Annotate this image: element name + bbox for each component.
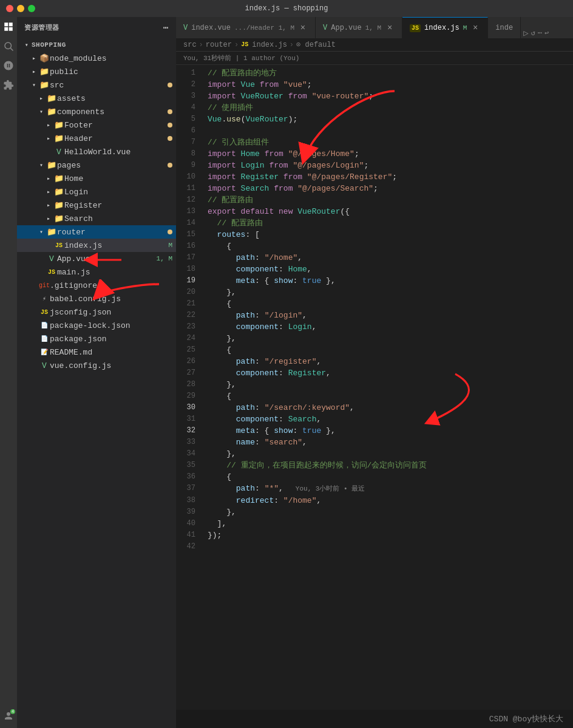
line-content: export default new VueRouter({ <box>208 206 573 217</box>
window-title: index.js — shopping <box>245 4 328 13</box>
sidebar-item-assets[interactable]: ▸ 📁 assets <box>17 92 176 105</box>
code-line-10: 10import Register from "@/pages/Register… <box>176 171 573 183</box>
sidebar-item-login[interactable]: ▸ 📁 Login <box>17 185 176 199</box>
sidebar-title: 资源管理器 <box>24 23 59 32</box>
folder-icon: 📁 <box>53 200 64 210</box>
minimize-button[interactable] <box>17 5 24 12</box>
line-content: component: Search, <box>208 413 573 425</box>
sidebar-item-router[interactable]: ▾ 📁 router <box>17 225 176 239</box>
modified-badge <box>168 109 172 114</box>
line-number: 14 <box>176 217 205 229</box>
js-icon: JS <box>241 41 248 48</box>
line-number: 17 <box>176 252 205 264</box>
close-button[interactable] <box>6 5 13 12</box>
search-icon[interactable] <box>1 39 16 53</box>
sidebar-item-vueconfig[interactable]: V vue.config.js <box>17 359 176 372</box>
new-file-icon[interactable]: ⋯ <box>163 22 169 33</box>
code-line-32: 32 meta: { show: true }, <box>176 425 573 437</box>
code-line-38: 38 redirect: "/home", <box>176 495 573 506</box>
tab-label: index.js <box>424 24 459 32</box>
line-number: 28 <box>176 379 205 390</box>
line-content: Vue.use(VueRouter); <box>208 114 573 125</box>
sidebar-item-index-js[interactable]: JS index.js M <box>17 239 176 252</box>
sidebar-item-search[interactable]: ▸ 📁 Search <box>17 212 176 225</box>
sidebar-header: 资源管理器 ⋯ <box>17 17 176 38</box>
git-status-badge: 1, M <box>157 255 172 262</box>
tab-inde-partial[interactable]: inde <box>488 17 521 38</box>
tab-sublabel: .../Header 1, M <box>234 24 294 32</box>
maximize-button[interactable] <box>28 5 35 12</box>
code-line-37: 37 path: "*",You, 3小时前 • 最近 <box>176 483 573 495</box>
line-number: 32 <box>176 425 205 437</box>
line-number: 25 <box>176 344 205 356</box>
sidebar-item-package[interactable]: 📄 package.json <box>17 332 176 345</box>
code-line-41: 41}); <box>176 529 573 541</box>
code-editor[interactable]: 1// 配置路由的地方2import Vue from "vue";3impor… <box>176 65 573 710</box>
line-number: 7 <box>176 137 205 148</box>
sidebar-item-label: .gitignore <box>50 281 176 290</box>
watermark-text: CSDN @boy快快长大 <box>489 713 563 724</box>
sidebar-item-node_modules[interactable]: ▸ 📦 node_modules <box>17 52 176 65</box>
sidebar-item-src[interactable]: ▾ 📁 src <box>17 78 176 92</box>
sidebar-header-icons[interactable]: ⋯ <box>163 22 169 33</box>
tab-index-js[interactable]: JS index.js M × <box>402 17 488 38</box>
chevron-down-icon: ▾ <box>29 81 39 89</box>
undo-icon[interactable]: ↩ <box>544 29 549 38</box>
line-number: 34 <box>176 448 205 460</box>
sidebar-item-appvue[interactable]: V App.vue 1, M <box>17 252 176 265</box>
code-line-17: 17 path: "/home", <box>176 252 573 264</box>
git-blame-text: You, 31秒钟前 | 1 author (You) <box>183 53 299 63</box>
breadcrumb: src › router › JS index.js › ⊙ default <box>176 38 573 52</box>
tab-label: App.vue <box>331 24 361 32</box>
sidebar-item-home[interactable]: ▸ 📁 Home <box>17 172 176 185</box>
sidebar-item-public[interactable]: ▸ 📁 public <box>17 65 176 78</box>
sidebar-item-components[interactable]: ▾ 📁 components <box>17 105 176 118</box>
sidebar-item-gitignore[interactable]: git .gitignore <box>17 279 176 292</box>
sidebar-root[interactable]: ▾ SHOPPING <box>17 38 176 52</box>
sidebar-item-babel[interactable]: ⚡ babel.config.js <box>17 292 176 305</box>
line-content: }, <box>208 287 573 298</box>
code-line-15: 15 routes: [ <box>176 229 573 240</box>
sidebar-item-register[interactable]: ▸ 📁 Register <box>17 199 176 212</box>
git-icon[interactable] <box>1 58 16 73</box>
code-line-9: 9import Login from "@/pages/Login"; <box>176 160 573 171</box>
window-controls[interactable] <box>6 5 35 12</box>
code-line-28: 28 }, <box>176 379 573 390</box>
line-content: import Login from "@/pages/Login"; <box>208 160 573 171</box>
sidebar-item-jsconfig[interactable]: JS jsconfig.json <box>17 305 176 319</box>
line-content: }, <box>208 448 573 460</box>
git-inline-info: You, 3小时前 • 最近 <box>296 485 365 492</box>
line-content: import Vue from "vue"; <box>208 79 573 90</box>
sidebar-item-mainjs[interactable]: JS main.js <box>17 265 176 279</box>
explorer-icon[interactable] <box>1 19 16 34</box>
sidebar-item-helloworld[interactable]: V HelloWorld.vue <box>17 145 176 158</box>
line-number: 13 <box>176 206 205 217</box>
line-number: 19 <box>176 275 205 287</box>
sidebar-item-readme[interactable]: 📝 README.md <box>17 345 176 359</box>
sidebar-item-pages[interactable]: ▾ 📁 pages <box>17 158 176 172</box>
line-number: 1 <box>176 67 205 79</box>
code-line-39: 39 }, <box>176 506 573 518</box>
extensions-icon[interactable] <box>1 78 16 92</box>
sidebar-item-package-lock[interactable]: 📄 package-lock.json <box>17 319 176 332</box>
code-line-11: 11import Search from "@/pages/Search"; <box>176 183 573 194</box>
tab-close-button[interactable]: × <box>298 23 308 33</box>
more-icon[interactable]: ⋯ <box>538 29 542 38</box>
code-line-35: 35 // 重定向，在项目跑起来的时候，访问/会定向访问首页 <box>176 460 573 471</box>
tab-app-vue[interactable]: V App.vue 1, M × <box>316 17 402 38</box>
code-line-42: 42 <box>176 541 573 553</box>
code-line-23: 23 component: Login, <box>176 321 573 333</box>
debug-icon[interactable]: ↺ <box>531 29 535 38</box>
code-line-5: 5Vue.use(VueRouter); <box>176 114 573 125</box>
tab-close-button[interactable]: × <box>385 23 395 33</box>
sidebar-item-footer[interactable]: ▸ 📁 Footer <box>17 118 176 132</box>
breadcrumb-file: index.js <box>252 41 287 49</box>
folder-open-icon: 📁 <box>46 160 57 170</box>
editor-actions[interactable]: ▷ ↺ ⋯ ↩ <box>523 28 549 38</box>
sidebar-item-header[interactable]: ▸ 📁 Header <box>17 132 176 145</box>
json-icon: 📄 <box>39 335 50 342</box>
run-icon[interactable]: ▷ <box>523 28 528 38</box>
tab-index-vue-header[interactable]: V index.vue .../Header 1, M × <box>176 17 316 38</box>
account-icon[interactable]: 4 <box>1 709 16 723</box>
tab-close-button[interactable]: × <box>470 23 480 33</box>
